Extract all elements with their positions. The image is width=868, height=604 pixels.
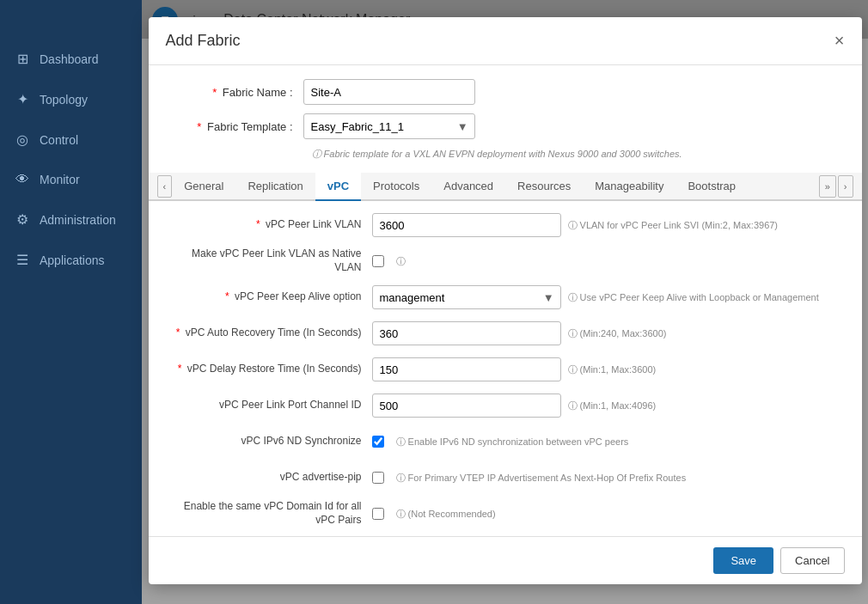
field-vpc-delay-restore: * vPC Delay Restore Time (In Seconds) ⓘ … [166,356,845,383]
form-top: * Fabric Name : * Fabric Template : Easy… [149,65,862,173]
tab-bootstrap[interactable]: Bootstrap [675,173,748,199]
sidebar-item-dashboard[interactable]: ⊞ Dashboard [0,39,142,79]
vpc-auto-recovery-input[interactable] [372,321,561,345]
applications-icon: ☰ [14,252,31,268]
field-make-native-vlan: Make vPC Peer Link VLAN as Native VLAN ⓘ [166,247,845,275]
make-native-vlan-checkbox[interactable] [372,255,384,267]
dialog-body: * vPC Peer Link VLAN ⓘ VLAN for vPC Peer… [149,201,862,536]
dialog-overlay: Add Fabric × * Fabric Name : * Fabric Te… [142,0,868,604]
sidebar-item-label: Applications [40,253,105,267]
sidebar-item-topology[interactable]: ✦ Topology [0,79,142,119]
checkbox-wrap: ⓘ (Not Recommended) [372,508,496,521]
fabric-template-row: * Fabric Template : Easy_Fabric_11_1 ▼ [166,113,845,139]
field-vpc-ipv6-nd: vPC IPv6 ND Synchronize ⓘ Enable IPv6 ND… [166,428,845,455]
fabric-hint: ⓘ Fabric template for a VXL AN EVPN depl… [312,148,845,161]
sidebar-item-label: Administration [40,213,116,227]
field-vpc-advertise-pip: vPC advertise-pip ⓘ For Primary VTEP IP … [166,464,845,491]
field-label: Enable the same vPC Domain Id for all vP… [166,500,372,527]
sidebar-item-label: Dashboard [40,52,99,66]
field-hint: ⓘ (Min:240, Max:3600) [568,327,667,340]
sidebar-item-applications[interactable]: ☰ Applications [0,240,142,280]
sidebar-item-monitor[interactable]: 👁 Monitor [0,160,142,199]
dashboard-icon: ⊞ [14,51,31,67]
field-label: vPC Peer Link Port Channel ID [166,399,372,412]
tab-prev-button[interactable]: ‹ [157,175,173,198]
checkbox-wrap: ⓘ For Primary VTEP IP Advertisement As N… [372,472,687,485]
tabs-overflow: » › [819,175,853,198]
field-vpc-auto-recovery: * vPC Auto Recovery Time (In Seconds) ⓘ … [166,320,845,347]
vpc-ipv6-nd-checkbox[interactable] [372,436,384,448]
sidebar-item-administration[interactable]: ⚙ Administration [0,199,142,240]
field-label: * vPC Peer Keep Alive option [166,290,372,304]
field-hint: ⓘ Enable IPv6 ND synchronization between… [396,436,629,448]
fabric-template-select-wrap: Easy_Fabric_11_1 ▼ [303,113,475,139]
field-hint: ⓘ (Min:1, Max:4096) [568,400,657,412]
sidebar-item-label: Control [40,133,78,147]
vpc-same-domain-checkbox[interactable] [372,508,384,520]
field-vpc-port-channel: vPC Peer Link Port Channel ID ⓘ (Min:1, … [166,392,845,419]
field-hint: ⓘ For Primary VTEP IP Advertisement As N… [396,472,687,485]
fabric-template-select[interactable]: Easy_Fabric_11_1 [303,113,475,139]
vpc-keep-alive-select[interactable]: management loopback [372,285,561,309]
fabric-name-input[interactable] [303,79,475,105]
tab-resources[interactable]: Resources [505,173,583,199]
add-fabric-dialog: Add Fabric × * Fabric Name : * Fabric Te… [149,17,862,584]
vpc-advertise-pip-checkbox[interactable] [372,472,384,484]
sidebar-item-label: Monitor [40,173,80,186]
close-button[interactable]: × [834,31,845,51]
tab-vpc[interactable]: vPC [315,173,361,201]
tab-overflow-button[interactable]: » [819,175,836,198]
topology-icon: ✦ [14,91,31,107]
fabric-name-label: * Fabric Name : [166,86,303,99]
field-label: * vPC Delay Restore Time (In Seconds) [166,363,372,376]
dialog-footer: Save Cancel [149,536,862,584]
field-label: vPC IPv6 ND Synchronize [166,435,372,448]
checkbox-wrap: ⓘ [372,255,406,268]
field-label: * vPC Auto Recovery Time (In Seconds) [166,326,372,340]
dialog-title: Add Fabric [166,32,241,50]
save-button[interactable]: Save [713,547,773,574]
tab-next-button[interactable]: › [838,175,853,198]
vpc-port-channel-input[interactable] [372,394,561,418]
sidebar-nav: ⊞ Dashboard ✦ Topology ◎ Control 👁 Monit… [0,39,142,604]
field-label: * vPC Peer Link VLAN [166,218,372,232]
sidebar-item-control[interactable]: ◎ Control [0,119,142,160]
field-vpc-same-domain: Enable the same vPC Domain Id for all vP… [166,500,845,528]
field-label: Make vPC Peer Link VLAN as Native VLAN [166,247,372,274]
required-star: * [197,120,201,133]
checkbox-wrap: ⓘ Enable IPv6 ND synchronization between… [372,436,629,448]
fabric-template-label: * Fabric Template : [166,120,303,133]
tab-protocols[interactable]: Protocols [361,173,431,199]
sidebar: ⊞ Dashboard ✦ Topology ◎ Control 👁 Monit… [0,0,142,604]
administration-icon: ⚙ [14,211,31,228]
sidebar-header [0,0,142,39]
sidebar-item-label: Topology [40,93,88,107]
vpc-delay-restore-input[interactable] [372,357,561,381]
dialog-header: Add Fabric × [149,17,862,65]
tab-advanced[interactable]: Advanced [431,173,505,199]
cancel-button[interactable]: Cancel [780,547,844,574]
tab-manageability[interactable]: Manageability [583,173,675,199]
field-hint: ⓘ [396,255,406,268]
monitor-icon: 👁 [14,172,31,187]
main-area: ≡ cisco Data Center Network Manager Add … [142,0,868,604]
field-vpc-keep-alive: * vPC Peer Keep Alive option management … [166,284,845,311]
field-hint: ⓘ (Not Recommended) [396,508,496,521]
vpc-keep-alive-select-wrap: management loopback ▼ [372,285,561,309]
field-vpc-peer-link-vlan: * vPC Peer Link VLAN ⓘ VLAN for vPC Peer… [166,211,845,239]
field-hint: ⓘ VLAN for vPC Peer Link SVI (Min:2, Max… [568,219,779,232]
field-hint: ⓘ Use vPC Peer Keep Alive with Loopback … [568,291,819,304]
control-icon: ◎ [14,131,31,148]
field-label: vPC advertise-pip [166,471,372,485]
tab-general[interactable]: General [172,173,235,199]
tab-replication[interactable]: Replication [235,173,315,199]
fabric-name-row: * Fabric Name : [166,79,845,105]
field-hint: ⓘ (Min:1, Max:3600) [568,363,657,376]
required-star: * [212,86,217,99]
vpc-peer-link-vlan-input[interactable] [372,213,561,237]
tabs-bar: ‹ General Replication vPC Protocols Adva… [149,173,862,201]
